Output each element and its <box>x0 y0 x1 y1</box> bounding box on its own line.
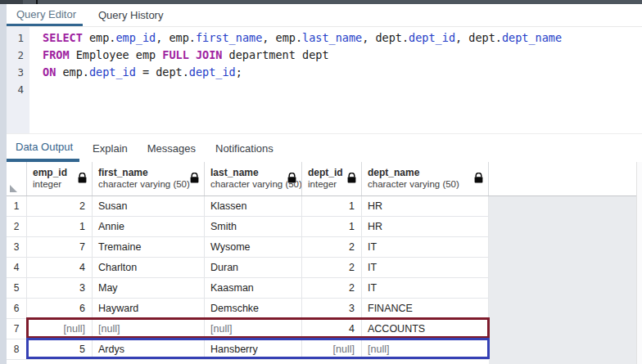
cell-first_name[interactable]: Charlton <box>93 258 205 278</box>
left-panel-strip <box>0 4 7 364</box>
column-header-last_name[interactable]: last_namecharacter varying (50) <box>205 162 302 195</box>
cell-emp_id[interactable]: 4 <box>27 258 93 278</box>
cell-dept_id[interactable]: 2 <box>302 237 362 258</box>
lock-icon <box>287 173 296 183</box>
column-name: first_name <box>98 167 202 178</box>
code-line: 4 <box>7 81 642 98</box>
tab-query-history-label: Query History <box>98 9 163 21</box>
cell-last_name[interactable]: Smith <box>205 217 302 237</box>
corner-triangle-icon <box>10 185 17 192</box>
tab-explain-label: Explain <box>93 142 128 155</box>
cell-last_name[interactable]: Kaasman <box>205 278 302 299</box>
cell-first_name[interactable]: Ardys <box>93 339 205 360</box>
sql-text: , dept. <box>455 31 502 44</box>
lock-icon <box>474 173 483 183</box>
cell-dept_name[interactable]: IT <box>362 278 489 299</box>
cell-first_name[interactable]: Hayward <box>93 299 205 319</box>
sql-keyword: ON <box>43 65 56 79</box>
tab-messages[interactable]: Messages <box>141 134 202 162</box>
cell-dept_id[interactable]: 2 <box>302 278 362 299</box>
tab-notifications[interactable]: Notifications <box>209 134 280 162</box>
cell-dept_name[interactable]: HR <box>362 217 489 237</box>
row-number[interactable]: 4 <box>7 258 27 278</box>
cell-dept_name[interactable]: [null] <box>362 339 489 360</box>
sql-keyword: SELECT <box>43 31 83 44</box>
tab-query-editor[interactable]: Query Editor <box>7 4 83 26</box>
cell-dept_id[interactable]: [null] <box>302 339 362 360</box>
cell-first_name[interactable]: Susan <box>93 196 205 217</box>
cell-emp_id[interactable]: 7 <box>27 237 93 258</box>
row-number[interactable]: 8 <box>7 339 27 360</box>
row-number[interactable]: 5 <box>7 278 27 299</box>
sql-text: emp. <box>56 65 89 79</box>
sql-identifier: dept_id <box>189 65 236 79</box>
row-number[interactable]: 7 <box>7 319 27 339</box>
sql-text: = dept. <box>136 65 189 79</box>
column-header-first_name[interactable]: first_namecharacter varying (50) <box>93 162 205 195</box>
lock-icon <box>78 173 87 183</box>
tab-messages-label: Messages <box>147 142 196 155</box>
cell-dept_id[interactable]: 4 <box>302 319 362 339</box>
cell-dept_id[interactable]: 3 <box>302 299 362 319</box>
cell-last_name[interactable]: Klassen <box>205 196 302 217</box>
cell-emp_id[interactable]: 6 <box>27 299 93 319</box>
pgadmin-query-tool: Query Editor Query History 1SELECT emp.e… <box>0 0 642 364</box>
cell-emp_id[interactable]: 2 <box>27 196 93 217</box>
column-header-dept_name[interactable]: dept_namecharacter varying (50) <box>362 162 489 195</box>
editor-tab-bar: Query Editor Query History <box>7 4 642 27</box>
sql-text: , dept. <box>362 31 409 44</box>
cell-dept_name[interactable]: FINANCE <box>362 299 489 319</box>
row-number[interactable]: 2 <box>7 217 27 237</box>
vertical-scrollbar[interactable] <box>636 162 642 364</box>
sql-keyword: FROM <box>43 48 70 61</box>
sql-code-lines: 1SELECT emp.emp_id, emp.first_name, emp.… <box>7 29 642 98</box>
tab-explain[interactable]: Explain <box>86 134 134 162</box>
cell-emp_id[interactable]: 5 <box>27 339 93 360</box>
cell-dept_name[interactable]: ACCOUNTS <box>362 319 489 339</box>
row-number[interactable]: 1 <box>7 196 27 217</box>
line-number: 1 <box>7 29 29 47</box>
cell-dept_name[interactable]: IT <box>362 237 489 258</box>
cell-last_name[interactable]: Hansberry <box>205 339 302 360</box>
sql-identifier: dept_id <box>89 65 136 79</box>
cell-dept_name[interactable]: IT <box>362 258 489 278</box>
cell-dept_name[interactable]: HR <box>362 196 489 217</box>
sql-text: , emp. <box>156 31 196 44</box>
cell-emp_id[interactable]: [null] <box>27 319 93 339</box>
column-type: character varying (50) <box>210 178 300 191</box>
cell-dept_id[interactable]: 2 <box>302 258 362 278</box>
cell-first_name[interactable]: Tremaine <box>93 237 205 258</box>
column-name: last_name <box>210 167 300 178</box>
column-header-emp_id[interactable]: emp_idinteger <box>27 162 93 195</box>
cell-emp_id[interactable]: 3 <box>27 278 93 299</box>
row-number[interactable]: 6 <box>7 299 27 319</box>
sql-keyword: FULL JOIN <box>162 48 222 61</box>
cell-first_name[interactable]: May <box>93 278 205 299</box>
tab-query-history[interactable]: Query History <box>95 4 166 26</box>
cell-dept_id[interactable]: 1 <box>302 196 362 217</box>
line-number: 4 <box>7 81 29 98</box>
cell-emp_id[interactable]: 1 <box>27 217 93 237</box>
tab-data-output-label: Data Output <box>16 141 73 153</box>
tab-query-editor-label: Query Editor <box>16 8 76 20</box>
column-name: dept_name <box>368 167 486 178</box>
tab-notifications-label: Notifications <box>215 142 274 155</box>
cell-last_name[interactable]: Duran <box>205 258 302 278</box>
column-type: character varying (50) <box>98 178 202 191</box>
code-line: 1SELECT emp.emp_id, emp.first_name, emp.… <box>7 29 642 47</box>
row-number[interactable]: 3 <box>7 237 27 258</box>
column-type: character varying (50) <box>368 178 486 191</box>
code-line: 2FROM Employee emp FULL JOIN department … <box>7 47 642 64</box>
cell-last_name[interactable]: Wysome <box>205 237 302 258</box>
cell-dept_id[interactable]: 1 <box>302 217 362 237</box>
column-header-dept_id[interactable]: dept_idinteger <box>302 162 362 195</box>
cell-last_name[interactable]: [null] <box>205 319 302 339</box>
cell-first_name[interactable]: Annie <box>93 217 205 237</box>
tab-data-output[interactable]: Data Output <box>7 134 79 162</box>
sql-text: emp. <box>83 31 116 44</box>
sql-text: , emp. <box>262 31 302 44</box>
sql-editor[interactable]: 1SELECT emp.emp_id, emp.first_name, emp.… <box>7 27 642 133</box>
cell-first_name[interactable]: [null] <box>93 319 205 339</box>
select-all-corner-cell[interactable] <box>7 162 27 195</box>
cell-last_name[interactable]: Demschke <box>205 299 302 319</box>
